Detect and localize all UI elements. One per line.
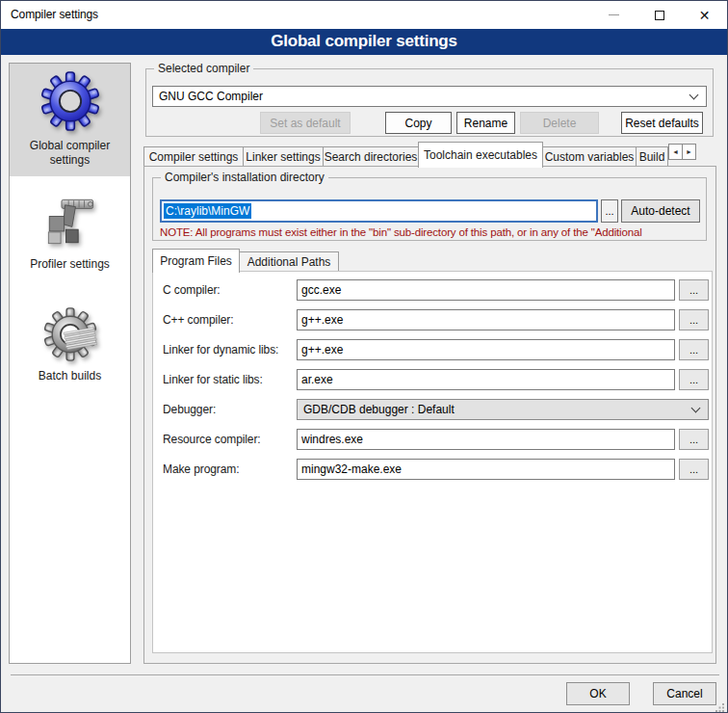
- close-icon: ✕: [699, 9, 711, 22]
- tab-build[interactable]: Build: [636, 146, 668, 167]
- install-dir-note: NOTE: All programs must exist either in …: [160, 226, 702, 238]
- cancel-button[interactable]: Cancel: [653, 682, 716, 705]
- linker-for-static-libs-input[interactable]: [297, 369, 675, 390]
- c-compiler-input[interactable]: [297, 279, 675, 301]
- install-dir-input[interactable]: C:\raylib\MinGW: [160, 199, 598, 223]
- tab-search-directories[interactable]: Search directories: [323, 146, 419, 167]
- compiler-select[interactable]: GNU GCC Compiler: [152, 86, 707, 107]
- settings-category-list: Global compiler settings Profiler settin…: [9, 63, 131, 664]
- window-title: Compiler settings: [11, 8, 98, 21]
- copy-button[interactable]: Copy: [385, 112, 452, 134]
- make-program-browse-button[interactable]: ...: [679, 459, 709, 480]
- resource-compiler-browse-button[interactable]: ...: [679, 429, 709, 450]
- selected-compiler-group-label: Selected compiler: [154, 62, 253, 75]
- maximize-icon: [655, 11, 664, 20]
- resource-compiler-row: Resource compiler:...: [163, 429, 712, 450]
- set-as-default-button[interactable]: Set as default: [260, 112, 351, 134]
- sidebar-item-profiler-settings[interactable]: Profiler settings: [10, 176, 130, 289]
- c-compiler-browse-button[interactable]: ...: [679, 279, 709, 301]
- profiler-caliper-icon: [42, 194, 98, 254]
- compiler-select-value: GNU GCC Compiler: [159, 90, 263, 103]
- install-dir-group-label: Compiler's installation directory: [161, 171, 328, 184]
- program-files-page: C compiler:...C++ compiler:...Linker for…: [152, 271, 713, 653]
- close-button[interactable]: ✕: [682, 1, 727, 29]
- c-compiler-row: C++ compiler:...: [163, 309, 712, 330]
- subtab-additional-paths[interactable]: Additional Paths: [239, 251, 339, 272]
- linker-for-dynamic-libs-label: Linker for dynamic libs:: [163, 343, 297, 356]
- chevron-down-icon: [691, 403, 701, 412]
- delete-button[interactable]: Delete: [520, 112, 599, 134]
- make-program-label: Make program:: [163, 462, 297, 476]
- tab-scroll-left-button[interactable]: ◄: [668, 144, 683, 160]
- minimize-icon: [609, 14, 619, 15]
- resource-compiler-input[interactable]: [297, 429, 675, 450]
- toolchain-executables-panel: Compiler's installation directory C:\ray…: [143, 166, 716, 664]
- tab-scroll-right-icon: ►: [686, 148, 692, 155]
- window-controls: ✕: [591, 1, 727, 29]
- titlebar: Compiler settings ✕: [1, 1, 727, 29]
- linker-for-static-libs-browse-button[interactable]: ...: [679, 369, 709, 390]
- sidebar-item-label: Global compiler settings: [17, 139, 123, 169]
- tab-scroll-right-button[interactable]: ►: [682, 144, 696, 160]
- tab-compiler-settings[interactable]: Compiler settings: [143, 146, 244, 167]
- c-compiler-input[interactable]: [297, 309, 675, 330]
- gray-gear-stack-icon: [43, 307, 97, 366]
- tab-scroll-left-icon: ◄: [672, 148, 679, 155]
- debugger-row: Debugger:GDB/CDB debugger : Default: [163, 399, 712, 420]
- toolchain-subtabs: Program FilesAdditional Paths: [152, 248, 339, 272]
- selected-compiler-group: Selected compiler GNU GCC Compiler Set a…: [145, 68, 714, 137]
- debugger-label: Debugger:: [163, 403, 297, 416]
- maximize-button[interactable]: [637, 1, 682, 29]
- linker-for-dynamic-libs-browse-button[interactable]: ...: [679, 339, 709, 360]
- linker-for-static-libs-row: Linker for static libs:...: [163, 369, 712, 390]
- chevron-down-icon: [689, 90, 699, 99]
- tab-custom-variables[interactable]: Custom variables: [542, 146, 637, 167]
- sidebar-item-batch-builds[interactable]: Batch builds: [10, 289, 130, 402]
- sidebar-item-global-compiler-settings[interactable]: Global compiler settings: [10, 64, 130, 176]
- linker-for-static-libs-label: Linker for static libs:: [163, 373, 297, 386]
- linker-for-dynamic-libs-row: Linker for dynamic libs:...: [163, 339, 712, 360]
- settings-tabstrip: Compiler settingsLinker settingsSearch d…: [143, 142, 718, 167]
- debugger-select-value: GDB/CDB debugger : Default: [303, 403, 455, 416]
- install-dir-group: Compiler's installation directory C:\ray…: [152, 177, 707, 241]
- tab-toolchain-executables[interactable]: Toolchain executables: [418, 142, 543, 168]
- dialog-header: Global compiler settings: [1, 29, 727, 55]
- tab-linker-settings[interactable]: Linker settings: [243, 146, 324, 167]
- c-compiler-label: C++ compiler:: [163, 313, 297, 327]
- debugger-select[interactable]: GDB/CDB debugger : Default: [297, 399, 709, 420]
- install-dir-browse-button[interactable]: ...: [601, 199, 618, 223]
- resource-compiler-label: Resource compiler:: [163, 433, 297, 446]
- install-dir-selected-text: C:\raylib\MinGW: [164, 203, 251, 219]
- ok-button[interactable]: OK: [566, 682, 630, 705]
- resize-grip[interactable]: [715, 700, 725, 710]
- minimize-button[interactable]: [591, 1, 637, 29]
- linker-for-dynamic-libs-input[interactable]: [297, 339, 675, 360]
- rename-button[interactable]: Rename: [456, 112, 515, 134]
- footer-divider: [11, 674, 719, 675]
- make-program-row: Make program:...: [163, 459, 712, 480]
- c-compiler-label: C compiler:: [163, 283, 297, 297]
- sidebar-item-label: Batch builds: [17, 369, 123, 384]
- make-program-input[interactable]: [297, 459, 675, 480]
- subtab-program-files[interactable]: Program Files: [152, 249, 240, 273]
- c-compiler-browse-button[interactable]: ...: [679, 309, 709, 330]
- autodetect-button[interactable]: Auto-detect: [621, 199, 700, 223]
- compiler-settings-window: Compiler settings ✕ Global compiler sett…: [0, 0, 728, 713]
- sidebar-item-label: Profiler settings: [17, 257, 123, 273]
- blue-gear-icon: [40, 71, 100, 136]
- reset-defaults-button[interactable]: Reset defaults: [621, 112, 703, 134]
- c-compiler-row: C compiler:...: [163, 279, 712, 301]
